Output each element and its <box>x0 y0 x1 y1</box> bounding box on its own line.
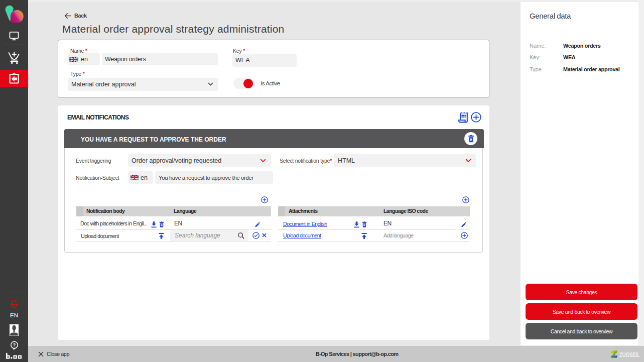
svg-text:?: ? <box>13 342 16 347</box>
